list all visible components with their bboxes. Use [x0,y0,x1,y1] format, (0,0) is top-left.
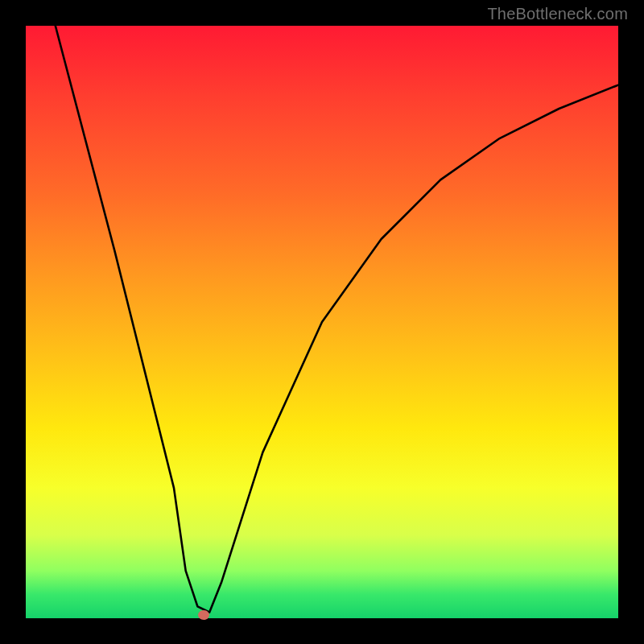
watermark-text: TheBottleneck.com [487,5,628,23]
optimum-marker [198,610,209,620]
plot-area [26,26,618,618]
chart-frame: TheBottleneck.com [0,0,644,644]
bottleneck-curve [26,26,618,618]
